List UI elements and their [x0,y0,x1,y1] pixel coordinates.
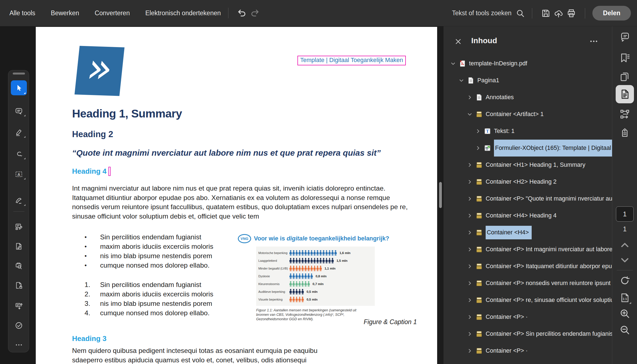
chevron-right-icon[interactable] [466,196,473,202]
panel-options-button[interactable] [588,37,600,46]
chevron-right-icon[interactable] [466,297,473,304]
vertical-scrollbar[interactable] [439,26,442,364]
person-icon [298,273,301,279]
chevron-right-icon[interactable] [466,280,473,287]
chevron-down-icon[interactable] [450,60,456,67]
chevron-right-icon[interactable] [475,128,481,135]
tree-item[interactable]: Container <P> maxim aboris iduciis excer… [444,359,612,364]
tags-panel-button[interactable] [616,124,634,141]
menu-bewerken[interactable]: Bewerken [51,9,79,17]
actual-size-button[interactable]: 1:1 [616,289,634,306]
container-icon [475,330,483,338]
menu-alle-tools[interactable]: Alle tools [9,9,35,17]
chevron-right-icon[interactable] [466,94,473,101]
highlight-tool[interactable] [11,126,27,139]
zoom-out-button[interactable] [616,322,634,338]
print-button[interactable] [565,7,578,20]
person-icon [289,281,292,287]
page-tag-tool[interactable] [11,279,27,292]
print-search-tool[interactable] [11,259,27,273]
text-box-icon: A [15,170,23,178]
search[interactable]: Tekst of tools zoeken [452,9,525,18]
tree-item[interactable]: Container <H4> [444,224,612,241]
list-marker: • [85,243,100,250]
redo-button[interactable] [248,7,261,19]
chevron-right-icon[interactable] [466,263,473,270]
page-thumbnails-panel-button[interactable] [616,68,634,85]
menu-elektronisch-ondertekenen[interactable]: Elektronisch ondertekenen [145,9,221,17]
previous-page-button[interactable] [616,239,634,251]
tree-item[interactable]: Container <P> · [444,309,612,325]
more-tools[interactable] [11,340,27,350]
palette-drag-handle[interactable] [13,73,25,75]
chevron-right-icon[interactable] [466,331,473,337]
person-icon [322,258,325,263]
tool-palette: A [8,70,29,352]
person-icon [289,273,292,279]
menu-converteren[interactable]: Converteren [95,9,130,17]
tree-item[interactable]: Formulier-XObject (165): Template | Digi… [444,140,612,157]
close-panel-button[interactable] [453,37,463,46]
tree-item[interactable]: Pagina1 [444,72,612,89]
tree-item[interactable]: Annotaties [444,89,612,106]
chevron-right-icon[interactable] [475,145,481,152]
tree-item[interactable]: Container <P> re, sinusae officiunt volo… [444,292,612,309]
select-tool[interactable] [11,80,27,95]
cloud-upload-icon [554,9,563,18]
chevron-down-icon[interactable] [458,77,465,84]
bookmarks-panel-button[interactable] [616,50,634,66]
person-icon [301,273,304,279]
next-page-button[interactable] [616,254,634,266]
container-icon [475,280,483,287]
scrollbar-thumb[interactable] [439,182,442,208]
organize-pages-tool[interactable] [11,299,27,312]
pdf-page: » Template | Digitaal Toegankelijk Maken… [36,27,437,364]
chevron-right-icon[interactable] [466,179,473,185]
chevron-down-icon[interactable] [466,111,473,118]
tree-item[interactable]: Container <P> nonsedis verum reiuntore i… [444,275,612,292]
tree-item[interactable]: Container <H2> Heading 2 [444,173,612,190]
add-comment-tool[interactable] [11,104,27,118]
person-icon [328,250,331,256]
save-button[interactable] [539,7,552,20]
chevron-right-icon[interactable] [466,246,473,253]
pictogram-icons [289,281,310,287]
chevron-right-icon[interactable] [466,348,473,354]
comments-panel-button[interactable] [616,29,634,45]
zoom-in-icon [619,308,630,319]
upload-cloud-button[interactable] [552,7,565,20]
chevron-right-icon[interactable] [466,314,473,321]
tree-item-label: Pagina1 [477,77,499,84]
chevron-right-icon[interactable] [466,212,473,219]
tree-item[interactable]: template-InDesign.pdf [444,55,612,72]
tree-item[interactable]: Container <P> Int magnimi nverciatur aut… [444,241,612,258]
chevron-right-icon[interactable] [466,229,473,236]
tree-item[interactable]: Container <H4> Heading 4 [444,207,612,224]
tree-item[interactable]: Container <P> Sin percilitios endendam f… [444,325,612,342]
link-annotation[interactable]: Template | Digitaal Toegankelijk Maken [297,56,406,65]
undo-button[interactable] [236,7,248,19]
more-dots-icon [15,341,23,349]
chart-category-label: Motorische beperking [258,251,289,255]
share-button[interactable]: Delen [592,6,631,20]
content-panel-button[interactable] [616,85,634,103]
tree-item[interactable]: Container <P> Itatquamet ditiuntiur abor… [444,258,612,275]
refresh-button[interactable] [616,272,634,289]
order-panel-button[interactable] [616,106,634,122]
chevron-right-icon[interactable] [466,162,473,168]
tree-item[interactable]: Container <P> "Quote int magnimi nvercia… [444,190,612,207]
tree-item[interactable]: Container <P> · [444,342,612,359]
tree-item[interactable]: TTekst: 1 [444,123,612,140]
numbered-list: 1.Sin percilitios endendam fugianist2.ma… [85,280,213,318]
chart-row: Laaggeletterd1,5 mln [258,257,373,265]
edit-stamp-tool[interactable] [11,220,27,233]
add-text-tool[interactable]: A [11,168,27,181]
current-page-input[interactable]: 1 [616,206,634,222]
tree-item[interactable]: Container <Artifact> 1 [444,106,612,123]
verify-tool[interactable] [11,319,27,332]
tree-item[interactable]: Container <H1> Heading 1, Summary [444,157,612,173]
draw-tool[interactable] [11,147,27,161]
zoom-in-button[interactable] [616,305,634,322]
fill-sign-tool[interactable] [11,194,27,207]
edit-page-tool[interactable] [11,240,27,253]
